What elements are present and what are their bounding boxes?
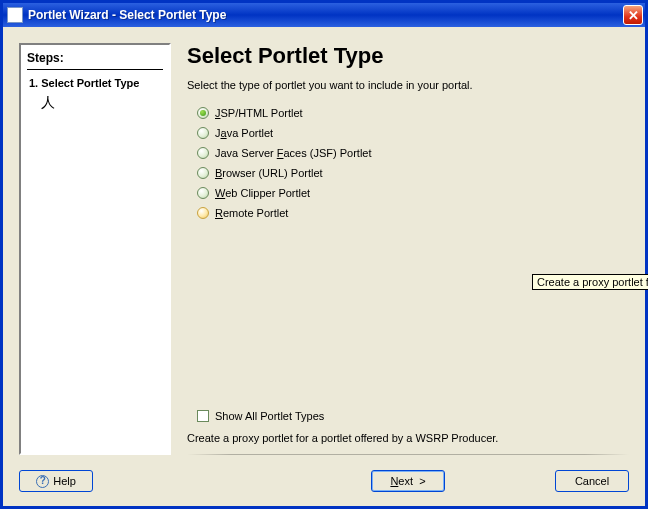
show-all-checkbox[interactable] [197, 410, 209, 422]
button-bar: ? Help Next > Cancel [19, 470, 629, 492]
cancel-button-label: Cancel [575, 475, 609, 487]
cancel-button[interactable]: Cancel [555, 470, 629, 492]
next-button-label: Next > [390, 475, 425, 487]
show-all-row[interactable]: Show All Portlet Types [187, 410, 629, 422]
help-button[interactable]: ? Help [19, 470, 93, 492]
radio-icon[interactable] [197, 127, 209, 139]
titlebar: Portlet Wizard - Select Portlet Type ✕ [3, 3, 645, 27]
portlet-option-label: JSP/HTML Portlet [215, 107, 303, 119]
portlet-option-jsp[interactable]: JSP/HTML Portlet [197, 107, 629, 119]
step-item: 1. Select Portlet Type [27, 76, 163, 95]
wizard-window: Portlet Wizard - Select Portlet Type ✕ S… [0, 0, 648, 509]
main-panel: Select Portlet Type Select the type of p… [187, 43, 629, 455]
window-title: Portlet Wizard - Select Portlet Type [28, 8, 623, 22]
step-tree-icon: 人 [27, 95, 163, 109]
show-all-label: Show All Portlet Types [215, 410, 324, 422]
close-button[interactable]: ✕ [623, 5, 643, 25]
steps-panel: Steps: 1. Select Portlet Type 人 [19, 43, 171, 455]
portlet-option-label: Java Portlet [215, 127, 273, 139]
portlet-option-label: Java Server Faces (JSF) Portlet [215, 147, 372, 159]
content-area: Steps: 1. Select Portlet Type 人 Select P… [3, 27, 645, 506]
system-icon [7, 7, 23, 23]
tooltip: Create a proxy portlet for a [532, 274, 648, 290]
portlet-option-browser[interactable]: Browser (URL) Portlet [197, 167, 629, 179]
main-divider [187, 454, 629, 455]
portlet-option-label: Remote Portlet [215, 207, 288, 219]
portlet-option-java[interactable]: Java Portlet [197, 127, 629, 139]
steps-divider [27, 69, 163, 70]
steps-header: Steps: [27, 49, 163, 69]
portlet-option-label: Browser (URL) Portlet [215, 167, 323, 179]
status-text: Create a proxy portlet for a portlet off… [187, 432, 629, 444]
radio-icon[interactable] [197, 187, 209, 199]
page-description: Select the type of portlet you want to i… [187, 79, 629, 91]
page-title: Select Portlet Type [187, 43, 629, 69]
portlet-option-jsf[interactable]: Java Server Faces (JSF) Portlet [197, 147, 629, 159]
portlet-option-remote[interactable]: Remote Portlet [197, 207, 629, 219]
help-button-label: Help [53, 475, 76, 487]
help-icon: ? [36, 475, 49, 488]
radio-icon[interactable] [197, 167, 209, 179]
radio-icon[interactable] [197, 147, 209, 159]
radio-icon[interactable] [197, 107, 209, 119]
portlet-option-webclip[interactable]: Web Clipper Portlet [197, 187, 629, 199]
radio-icon[interactable] [197, 207, 209, 219]
next-button[interactable]: Next > [371, 470, 445, 492]
portlet-option-label: Web Clipper Portlet [215, 187, 310, 199]
portlet-type-options: JSP/HTML PortletJava PortletJava Server … [187, 107, 629, 219]
